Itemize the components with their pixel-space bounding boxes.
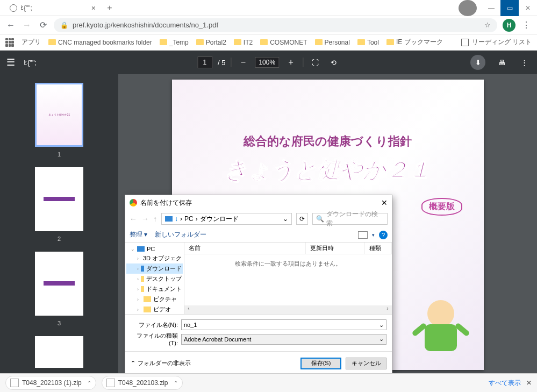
reading-list-button[interactable]: リーディング リスト bbox=[472, 38, 532, 47]
download-item[interactable]: T048_202103.zip ⌃ bbox=[102, 376, 183, 390]
tree-item[interactable]: ›3D オブジェクト bbox=[126, 253, 183, 263]
thumbnail-panel: きょうと健やか21 1 2 3 bbox=[0, 74, 118, 376]
pc-icon bbox=[165, 216, 173, 222]
thumbnail[interactable]: きょうと健やか21 bbox=[35, 83, 83, 147]
zoom-value[interactable]: 100% bbox=[255, 57, 279, 68]
save-button[interactable]: 保存(S) bbox=[300, 358, 341, 369]
tree-item-downloads[interactable]: ›ダウンロード bbox=[126, 263, 183, 274]
fit-page-icon[interactable]: ⛶ bbox=[309, 56, 321, 69]
zoom-in-button[interactable]: + bbox=[284, 56, 297, 69]
filename-label: ファイル名(N): bbox=[131, 321, 181, 329]
chevron-up-icon[interactable]: ⌃ bbox=[87, 380, 91, 386]
cancel-button[interactable]: キャンセル bbox=[346, 358, 386, 369]
zoom-out-button[interactable]: − bbox=[237, 56, 249, 69]
downloads-shelf: T048_202103 (1).zip ⌃ T048_202103.zip ⌃ … bbox=[0, 373, 537, 392]
tree-item-pc[interactable]: ⌄PC bbox=[126, 245, 183, 253]
chrome-icon bbox=[130, 199, 137, 206]
new-tab-button[interactable]: + bbox=[103, 2, 116, 15]
thumbnail[interactable] bbox=[35, 336, 83, 368]
more-icon[interactable]: ⋮ bbox=[518, 56, 531, 69]
reading-list-icon bbox=[461, 39, 469, 46]
apps-label[interactable]: アプリ bbox=[22, 38, 41, 47]
chevron-up-icon[interactable]: ⌃ bbox=[174, 380, 178, 386]
path-field[interactable]: ↓ › PC › ダウンロード ⌄ bbox=[161, 213, 292, 225]
view-mode-button[interactable] bbox=[358, 231, 368, 239]
star-icon[interactable]: ☆ bbox=[484, 21, 491, 29]
tab-title: ﾋ{""; bbox=[20, 4, 32, 12]
rotate-icon[interactable]: ⟲ bbox=[327, 56, 340, 69]
bookmark-folder[interactable]: COSMONET bbox=[260, 39, 307, 46]
filetype-select[interactable]: Adobe Acrobat Document⌄ bbox=[181, 334, 386, 345]
close-window-button[interactable]: ✕ bbox=[519, 0, 537, 16]
thumbnail[interactable] bbox=[35, 167, 83, 231]
chrome-account-icon[interactable] bbox=[459, 0, 477, 16]
download-icon[interactable]: ⬇ bbox=[470, 55, 485, 70]
dialog-toolbar: 整理 ▾ 新しいフォルダー ▾ ? bbox=[125, 227, 392, 243]
minimize-button[interactable]: — bbox=[482, 0, 500, 16]
bookmark-folder[interactable]: _Temp bbox=[160, 39, 189, 46]
url-field[interactable]: 🔒 pref.kyoto.jp/kenkoshishin/documents/n… bbox=[54, 18, 497, 32]
url-text: pref.kyoto.jp/kenkoshishin/documents/no_… bbox=[73, 21, 218, 29]
thumb-label: 2 bbox=[58, 236, 61, 242]
new-folder-button[interactable]: 新しいフォルダー bbox=[155, 230, 206, 239]
close-shelf-button[interactable]: ✕ bbox=[526, 379, 532, 387]
reload-button[interactable]: ⟳ bbox=[38, 20, 48, 31]
filename-input[interactable]: no_1⌄ bbox=[181, 319, 386, 330]
col-type[interactable]: 種類 bbox=[365, 243, 392, 254]
horizontal-scrollbar[interactable]: ‹› bbox=[184, 305, 392, 314]
close-tab-icon[interactable]: × bbox=[91, 4, 96, 12]
print-icon[interactable]: 🖶 bbox=[495, 56, 508, 69]
bookmark-folder[interactable]: CNC managed bookmarks folder bbox=[48, 39, 152, 46]
tree-item[interactable]: ›ピクチャ bbox=[126, 294, 183, 304]
thumb-label: 3 bbox=[58, 320, 61, 326]
nav-back-icon[interactable]: ← bbox=[130, 215, 137, 223]
refresh-button[interactable]: ⟳ bbox=[296, 213, 308, 225]
bookmark-folder[interactable]: Tool bbox=[357, 39, 379, 46]
tree-item[interactable]: ›ドキュメント bbox=[126, 284, 183, 294]
file-list: 名前 更新日時 種類 検索条件に一致する項目はありません。 ‹› bbox=[184, 243, 392, 314]
apps-icon[interactable] bbox=[5, 38, 14, 47]
window-titlebar: ﾋ{""; × + — ▭ ✕ bbox=[0, 0, 537, 16]
hide-folders-toggle[interactable]: ⌃フォルダーの非表示 bbox=[131, 359, 191, 367]
search-field[interactable]: 🔍 ダウンロードの検索 bbox=[312, 213, 388, 225]
bookmark-folder[interactable]: Portal2 bbox=[196, 39, 226, 46]
maximize-button[interactable]: ▭ bbox=[500, 0, 519, 16]
profile-avatar[interactable]: H bbox=[503, 19, 515, 32]
url-bar: ← → ⟳ 🔒 pref.kyoto.jp/kenkoshishin/docum… bbox=[0, 16, 537, 34]
empty-message: 検索条件に一致する項目はありません。 bbox=[184, 254, 392, 305]
back-button[interactable]: ← bbox=[5, 20, 16, 31]
search-icon: 🔍 bbox=[316, 215, 324, 223]
bookmark-folder[interactable]: IT2 bbox=[234, 39, 253, 46]
col-name[interactable]: 名前 bbox=[184, 243, 306, 254]
pdf-toolbar: ☰ ﾋ{""; / 5 − 100% + ⛶ ⟲ ⬇ 🖶 ⋮ bbox=[0, 51, 537, 74]
lock-icon: 🔒 bbox=[60, 22, 68, 29]
browser-tab[interactable]: ﾋ{""; × bbox=[4, 1, 101, 16]
col-date[interactable]: 更新日時 bbox=[306, 243, 365, 254]
folder-tree: ⌄PC ›3D オブジェクト ›ダウンロード ›デスクトップ ›ドキュメント ›… bbox=[125, 243, 184, 314]
thumbnail[interactable] bbox=[35, 252, 83, 316]
dialog-body: ⌄PC ›3D オブジェクト ›ダウンロード ›デスクトップ ›ドキュメント ›… bbox=[125, 243, 392, 315]
page-input[interactable] bbox=[197, 56, 212, 68]
menu-icon[interactable]: ☰ bbox=[6, 56, 15, 68]
bookmark-folder[interactable]: Personal bbox=[315, 39, 350, 46]
browser-menu-icon[interactable]: ⋮ bbox=[521, 20, 532, 31]
bookmarks-bar: アプリ CNC managed bookmarks folder _Temp P… bbox=[0, 34, 537, 51]
dialog-titlebar: 名前を付けて保存 ✕ bbox=[125, 195, 392, 210]
organize-button[interactable]: 整理 ▾ bbox=[130, 230, 147, 239]
forward-button[interactable]: → bbox=[22, 20, 32, 31]
tree-item[interactable]: ›ビデオ bbox=[126, 304, 183, 314]
page-total: / 5 bbox=[218, 59, 225, 67]
bookmark-folder[interactable]: IE ブックマーク bbox=[386, 38, 443, 47]
download-item[interactable]: T048_202103 (1).zip ⌃ bbox=[5, 376, 96, 390]
show-all-button[interactable]: すべて表示 bbox=[489, 379, 521, 388]
tree-item[interactable]: ›デスクトップ bbox=[126, 274, 183, 284]
nav-forward-icon[interactable]: → bbox=[141, 215, 149, 223]
globe-icon bbox=[10, 4, 17, 12]
filetype-label: ファイルの種類(T): bbox=[131, 332, 181, 346]
nav-up-icon[interactable]: ↑ bbox=[153, 215, 157, 223]
thumb-label: 1 bbox=[58, 151, 61, 158]
help-icon[interactable]: ? bbox=[379, 231, 388, 239]
doc-subtitle: 総合的な府民の健康づくり指針 bbox=[188, 133, 468, 149]
cartoon-illustration bbox=[414, 300, 468, 365]
dialog-close-button[interactable]: ✕ bbox=[381, 198, 388, 207]
